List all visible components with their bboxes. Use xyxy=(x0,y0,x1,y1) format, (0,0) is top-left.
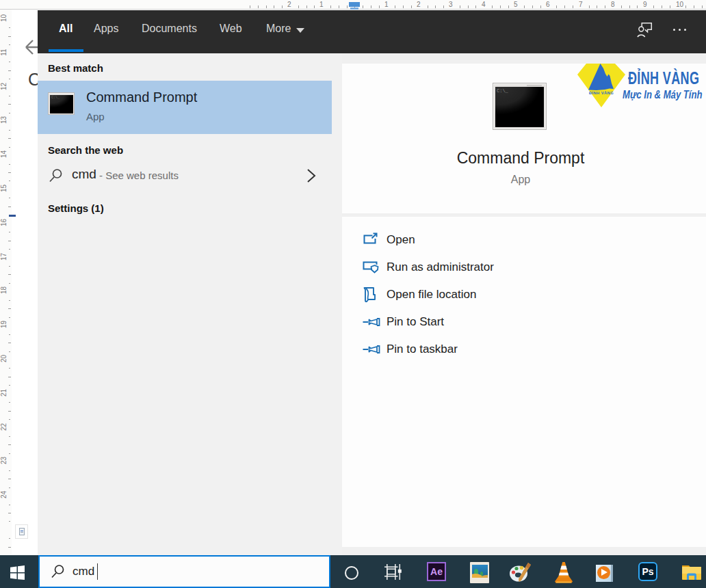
svg-text:ĐỈNH VÀNG: ĐỈNH VÀNG xyxy=(589,91,614,95)
